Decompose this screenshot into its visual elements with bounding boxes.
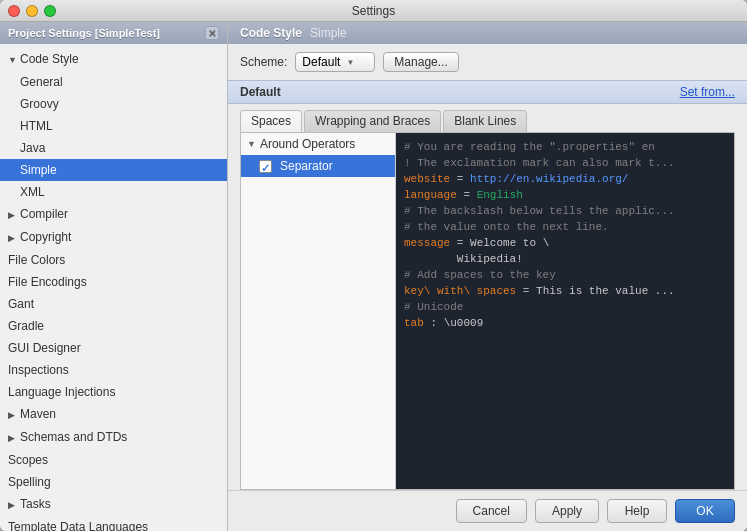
tree-arrow-maven: ▶: [8, 406, 20, 424]
window-controls: [8, 5, 56, 17]
code-line-9: # Add spaces to the key: [404, 267, 726, 283]
sidebar-item-general[interactable]: General: [0, 71, 227, 93]
main-content: ▼ Around Operators Separator # You are r…: [240, 132, 735, 490]
bottom-bar: Cancel Apply Help OK: [228, 490, 747, 531]
title-bar: Settings: [0, 0, 747, 22]
tree-arrow-tasks: ▶: [8, 496, 20, 514]
sidebar-item-groovy[interactable]: Groovy: [0, 93, 227, 115]
panel-title: Code Style: [240, 26, 302, 40]
sidebar-item-gant[interactable]: Gant: [0, 293, 227, 315]
code-line-4: language = English: [404, 187, 726, 203]
code-line-11: # Unicode: [404, 299, 726, 315]
sidebar-item-simple[interactable]: Simple: [0, 159, 227, 181]
around-operators-label: Around Operators: [260, 135, 355, 153]
code-line-1: # You are reading the ".properties" en: [404, 139, 726, 155]
cancel-button[interactable]: Cancel: [456, 499, 527, 523]
sidebar-item-scopes[interactable]: Scopes: [0, 449, 227, 471]
settings-window: Settings Project Settings [SimpleTest] ✕…: [0, 0, 747, 531]
set-from-row: Default Set from...: [228, 80, 747, 104]
panel-header: Code Style Simple: [228, 22, 747, 44]
sidebar-item-template-data-languages[interactable]: Template Data Languages: [0, 516, 227, 531]
tree-arrow-compiler: ▶: [8, 206, 20, 224]
help-button[interactable]: Help: [607, 499, 667, 523]
scheme-value: Default: [302, 55, 340, 69]
code-line-6: # the value onto the next line.: [404, 219, 726, 235]
tab-blank-lines[interactable]: Blank Lines: [443, 110, 527, 132]
sidebar-header-title: Project Settings [SimpleTest]: [8, 27, 160, 39]
tree-expand-arrow: ▼: [247, 135, 256, 153]
tree-item-around-operators[interactable]: ▼ Around Operators: [241, 133, 395, 155]
separator-checkbox[interactable]: [259, 160, 272, 173]
code-line-8: Wikipedia!: [404, 251, 726, 267]
set-from-link[interactable]: Set from...: [680, 85, 735, 99]
sidebar-item-inspections[interactable]: Inspections: [0, 359, 227, 381]
sidebar-header: Project Settings [SimpleTest] ✕: [0, 22, 227, 44]
sidebar-item-maven[interactable]: ▶ Maven: [0, 403, 227, 426]
sidebar-item-tasks[interactable]: ▶ Tasks: [0, 493, 227, 516]
sidebar-item-xml[interactable]: XML: [0, 181, 227, 203]
tree-arrow-copyright: ▶: [8, 229, 20, 247]
default-label: Default: [240, 85, 281, 99]
maximize-button[interactable]: [44, 5, 56, 17]
sidebar-item-gui-designer[interactable]: GUI Designer: [0, 337, 227, 359]
tabs-row: Spaces Wrapping and Braces Blank Lines: [228, 104, 747, 132]
panel-subtitle: Simple: [310, 26, 347, 40]
close-button[interactable]: [8, 5, 20, 17]
sidebar-item-html[interactable]: HTML: [0, 115, 227, 137]
sidebar-item-file-encodings[interactable]: File Encodings: [0, 271, 227, 293]
sidebar-item-copyright[interactable]: ▶ Copyright: [0, 226, 227, 249]
sidebar-item-spelling[interactable]: Spelling: [0, 471, 227, 493]
code-line-7: message = Welcome to \: [404, 235, 726, 251]
right-panel: Code Style Simple Scheme: Default ▼ Mana…: [228, 22, 747, 531]
scheme-row: Scheme: Default ▼ Manage...: [228, 44, 747, 80]
manage-button[interactable]: Manage...: [383, 52, 458, 72]
sidebar: Project Settings [SimpleTest] ✕ ▼ Code S…: [0, 22, 228, 531]
sidebar-item-code-style[interactable]: ▼ Code Style: [0, 48, 227, 71]
code-line-3: website = http://en.wikipedia.org/: [404, 171, 726, 187]
sidebar-item-language-injections[interactable]: Language Injections: [0, 381, 227, 403]
sidebar-item-compiler[interactable]: ▶ Compiler: [0, 203, 227, 226]
tab-wrapping[interactable]: Wrapping and Braces: [304, 110, 441, 132]
tab-spaces[interactable]: Spaces: [240, 110, 302, 132]
minimize-button[interactable]: [26, 5, 38, 17]
chevron-down-icon: ▼: [346, 58, 354, 67]
content-area: Project Settings [SimpleTest] ✕ ▼ Code S…: [0, 22, 747, 531]
tree-arrow-code-style: ▼: [8, 51, 20, 69]
sidebar-tree: ▼ Code Style General Groovy HTML Java Si…: [0, 44, 227, 531]
sidebar-item-java[interactable]: Java: [0, 137, 227, 159]
main-tree: ▼ Around Operators Separator: [241, 133, 396, 489]
scheme-select[interactable]: Default ▼: [295, 52, 375, 72]
tree-item-separator[interactable]: Separator: [241, 155, 395, 177]
sidebar-item-gradle[interactable]: Gradle: [0, 315, 227, 337]
code-line-2: ! The exclamation mark can also mark t..…: [404, 155, 726, 171]
sidebar-item-schemas-dtds[interactable]: ▶ Schemas and DTDs: [0, 426, 227, 449]
code-preview: # You are reading the ".properties" en !…: [396, 133, 734, 489]
apply-button[interactable]: Apply: [535, 499, 599, 523]
code-line-12: tab : \u0009: [404, 315, 726, 331]
code-line-5: # The backslash below tells the applic..…: [404, 203, 726, 219]
window-title: Settings: [352, 4, 395, 18]
separator-label: Separator: [280, 157, 333, 175]
code-line-10: key\ with\ spaces = This is the value ..…: [404, 283, 726, 299]
sidebar-close-button[interactable]: ✕: [205, 26, 219, 40]
scheme-label: Scheme:: [240, 55, 287, 69]
tree-arrow-schemas: ▶: [8, 429, 20, 447]
sidebar-item-file-colors[interactable]: File Colors: [0, 249, 227, 271]
ok-button[interactable]: OK: [675, 499, 735, 523]
